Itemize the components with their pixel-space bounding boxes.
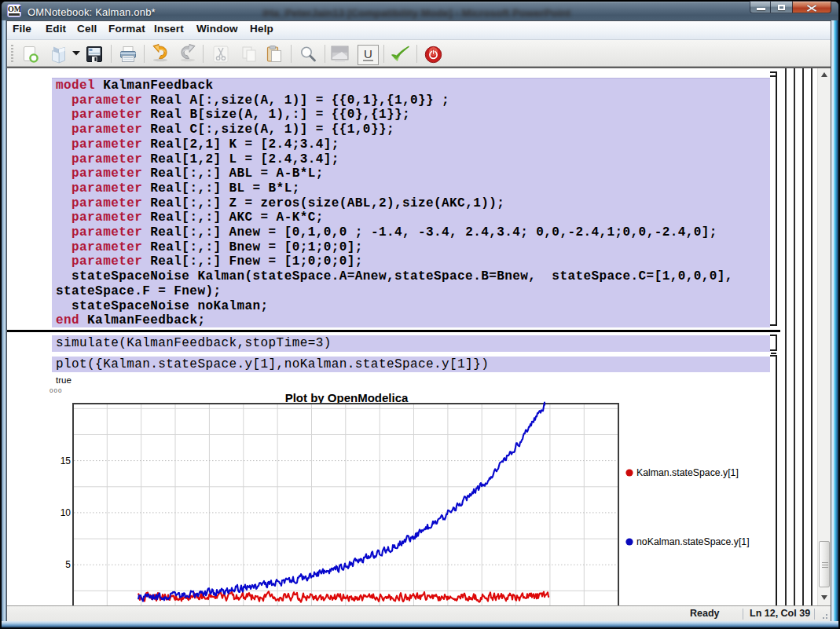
svg-text:5: 5: [65, 559, 71, 570]
svg-text:Plot by OpenModelica: Plot by OpenModelica: [285, 391, 409, 404]
svg-text:U: U: [364, 47, 372, 60]
svg-text:noKalman.stateSpace.y[1]: noKalman.stateSpace.y[1]: [636, 536, 750, 547]
svg-text:10: 10: [61, 507, 72, 518]
svg-text:15: 15: [61, 455, 72, 466]
svg-text:Kalman.stateSpace.y[1]: Kalman.stateSpace.y[1]: [636, 467, 739, 478]
